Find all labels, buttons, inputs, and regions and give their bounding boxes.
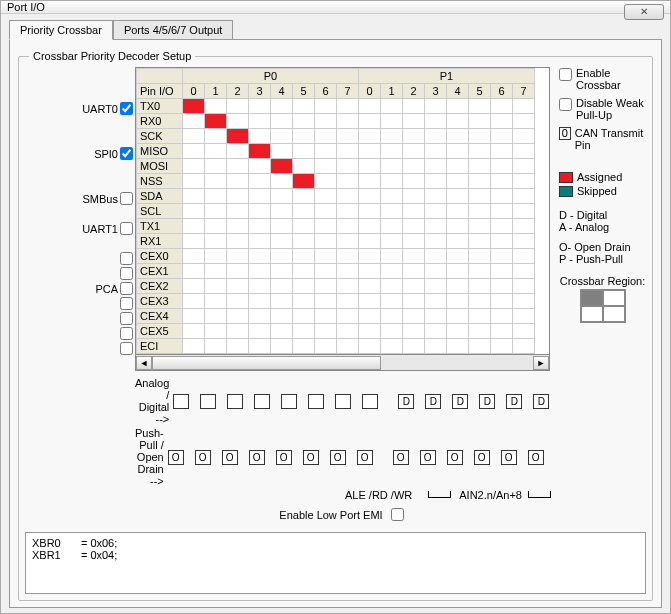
grid-cell[interactable] bbox=[359, 189, 381, 204]
grid-cell[interactable] bbox=[337, 159, 359, 174]
grid-cell[interactable] bbox=[315, 339, 337, 354]
signal-checkbox-cex4[interactable] bbox=[120, 312, 133, 325]
grid-cell[interactable] bbox=[381, 99, 403, 114]
grid-cell[interactable] bbox=[205, 249, 227, 264]
enable-crossbar-checkbox[interactable] bbox=[559, 68, 572, 81]
grid-cell[interactable] bbox=[315, 204, 337, 219]
grid-cell[interactable] bbox=[293, 234, 315, 249]
grid-cell[interactable] bbox=[381, 249, 403, 264]
grid-cell[interactable] bbox=[337, 204, 359, 219]
signal-checkbox-eci[interactable] bbox=[120, 342, 133, 355]
grid-cell[interactable] bbox=[469, 294, 491, 309]
pin-flag[interactable]: D bbox=[425, 394, 441, 409]
grid-cell[interactable] bbox=[491, 99, 513, 114]
grid-cell[interactable] bbox=[337, 279, 359, 294]
grid-cell[interactable] bbox=[447, 114, 469, 129]
grid-cell[interactable] bbox=[469, 264, 491, 279]
grid-cell[interactable] bbox=[183, 234, 205, 249]
grid-cell[interactable] bbox=[205, 114, 227, 129]
grid-cell[interactable] bbox=[293, 129, 315, 144]
grid-cell[interactable] bbox=[469, 144, 491, 159]
grid-cell[interactable] bbox=[403, 174, 425, 189]
grid-cell[interactable] bbox=[513, 189, 535, 204]
grid-cell[interactable] bbox=[403, 249, 425, 264]
grid-cell[interactable] bbox=[227, 174, 249, 189]
grid-cell[interactable] bbox=[249, 294, 271, 309]
grid-cell[interactable] bbox=[403, 159, 425, 174]
pin-flag[interactable] bbox=[173, 394, 189, 409]
grid-cell[interactable] bbox=[425, 234, 447, 249]
grid-cell[interactable] bbox=[447, 264, 469, 279]
grid-cell[interactable] bbox=[359, 219, 381, 234]
grid-cell[interactable] bbox=[359, 234, 381, 249]
grid-cell[interactable] bbox=[359, 294, 381, 309]
grid-cell[interactable] bbox=[359, 324, 381, 339]
grid-cell[interactable] bbox=[425, 324, 447, 339]
grid-cell[interactable] bbox=[205, 204, 227, 219]
grid-cell[interactable] bbox=[249, 324, 271, 339]
grid-cell[interactable] bbox=[315, 189, 337, 204]
grid-cell[interactable] bbox=[491, 264, 513, 279]
grid-cell[interactable] bbox=[491, 144, 513, 159]
enable-low-port-emi-checkbox[interactable] bbox=[391, 508, 404, 521]
grid-cell[interactable] bbox=[447, 99, 469, 114]
grid-cell[interactable] bbox=[337, 129, 359, 144]
grid-cell[interactable] bbox=[381, 144, 403, 159]
grid-cell[interactable] bbox=[359, 174, 381, 189]
grid-cell[interactable] bbox=[491, 294, 513, 309]
grid-cell[interactable] bbox=[249, 159, 271, 174]
grid-cell[interactable] bbox=[183, 144, 205, 159]
tab-priority-crossbar[interactable]: Priority Crossbar bbox=[9, 20, 113, 40]
grid-cell[interactable] bbox=[447, 324, 469, 339]
grid-cell[interactable] bbox=[425, 159, 447, 174]
grid-cell[interactable] bbox=[337, 174, 359, 189]
grid-cell[interactable] bbox=[183, 324, 205, 339]
grid-cell[interactable] bbox=[491, 309, 513, 324]
grid-cell[interactable] bbox=[381, 279, 403, 294]
grid-cell[interactable] bbox=[403, 144, 425, 159]
grid-cell[interactable] bbox=[205, 294, 227, 309]
grid-cell[interactable] bbox=[425, 144, 447, 159]
grid-cell[interactable] bbox=[425, 339, 447, 354]
grid-cell[interactable] bbox=[205, 99, 227, 114]
grid-cell[interactable] bbox=[205, 129, 227, 144]
grid-cell[interactable] bbox=[337, 234, 359, 249]
grid-cell[interactable] bbox=[447, 159, 469, 174]
grid-cell[interactable] bbox=[425, 264, 447, 279]
grid-cell[interactable] bbox=[359, 339, 381, 354]
grid-cell[interactable] bbox=[381, 294, 403, 309]
grid-cell[interactable] bbox=[183, 309, 205, 324]
grid-cell[interactable] bbox=[183, 279, 205, 294]
grid-cell[interactable] bbox=[381, 234, 403, 249]
scroll-left-button[interactable]: ◄ bbox=[136, 356, 152, 370]
grid-cell[interactable] bbox=[315, 234, 337, 249]
grid-cell[interactable] bbox=[227, 324, 249, 339]
grid-cell[interactable] bbox=[227, 249, 249, 264]
pin-flag[interactable] bbox=[227, 394, 243, 409]
grid-cell[interactable] bbox=[381, 264, 403, 279]
grid-cell[interactable] bbox=[227, 309, 249, 324]
pin-flag[interactable] bbox=[281, 394, 297, 409]
pin-flag[interactable]: D bbox=[533, 394, 549, 409]
grid-cell[interactable] bbox=[469, 129, 491, 144]
grid-cell[interactable] bbox=[227, 99, 249, 114]
grid-cell[interactable] bbox=[403, 114, 425, 129]
grid-cell[interactable] bbox=[381, 189, 403, 204]
grid-cell[interactable] bbox=[425, 114, 447, 129]
grid-cell[interactable] bbox=[337, 144, 359, 159]
grid-cell[interactable] bbox=[491, 279, 513, 294]
pin-flag[interactable]: D bbox=[479, 394, 495, 409]
grid-cell[interactable] bbox=[337, 99, 359, 114]
grid-cell[interactable] bbox=[205, 309, 227, 324]
grid-cell[interactable] bbox=[183, 294, 205, 309]
grid-cell[interactable] bbox=[381, 159, 403, 174]
grid-cell[interactable] bbox=[293, 279, 315, 294]
grid-cell[interactable] bbox=[249, 309, 271, 324]
can-tx-pin-value[interactable]: 0 bbox=[559, 127, 571, 140]
grid-cell[interactable] bbox=[403, 204, 425, 219]
grid-cell[interactable] bbox=[205, 174, 227, 189]
grid-cell[interactable] bbox=[337, 324, 359, 339]
grid-cell[interactable] bbox=[205, 144, 227, 159]
grid-cell[interactable] bbox=[315, 159, 337, 174]
grid-cell[interactable] bbox=[513, 129, 535, 144]
